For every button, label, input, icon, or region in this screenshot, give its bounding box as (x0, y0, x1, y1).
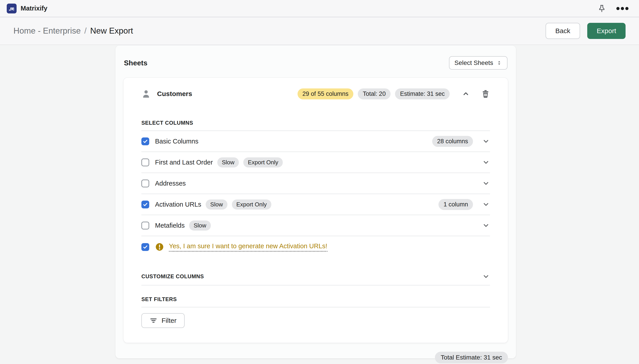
chevron-down-icon[interactable] (482, 272, 490, 280)
checkbox-activation-urls[interactable] (141, 200, 149, 208)
divider (141, 285, 490, 286)
customers-sheet-card: Customers 29 of 55 columns Total: 20 Est… (123, 78, 508, 343)
column-group-row: Metafields Slow (141, 215, 490, 236)
chevron-down-icon[interactable] (482, 137, 490, 145)
row-label: Metafields (155, 222, 185, 229)
estimate-badge: Estimate: 31 sec (395, 88, 450, 100)
slow-tag: Slow (217, 158, 239, 168)
filter-lines-icon (149, 316, 158, 324)
checkbox-addresses[interactable] (141, 180, 149, 187)
column-group-row: Basic Columns 28 columns (141, 131, 490, 152)
customize-columns-heading: CUSTOMIZE COLUMNS (141, 273, 204, 280)
slow-tag: Slow (189, 220, 211, 230)
row-label: Activation URLs (155, 201, 201, 208)
breadcrumb-separator: / (84, 26, 87, 36)
trash-icon[interactable] (481, 89, 490, 98)
chevron-down-icon[interactable] (482, 222, 490, 230)
sheets-heading: Sheets (124, 59, 147, 67)
person-icon (141, 89, 151, 98)
chevron-down-icon[interactable] (482, 200, 490, 208)
matrixify-logo-icon (7, 4, 17, 14)
export-button[interactable]: Export (587, 23, 625, 39)
breadcrumb: Home - Enterprise / New Export (14, 26, 133, 36)
row-count-badge: 1 column (439, 199, 473, 210)
confirm-activation-urls-link[interactable]: Yes, I am sure I want to generate new Ac… (169, 242, 327, 252)
divider (141, 307, 490, 307)
column-group-row: First and Last Order Slow Export Only (141, 152, 490, 173)
filter-button-label: Filter (162, 317, 177, 324)
checkbox-basic-columns[interactable] (141, 138, 149, 145)
export-only-tag: Export Only (232, 200, 271, 210)
filter-button[interactable]: Filter (141, 313, 185, 328)
page-header: Home - Enterprise / New Export Back Expo… (0, 17, 639, 45)
breadcrumb-parent-link[interactable]: Home - Enterprise (14, 26, 81, 36)
page-title: New Export (90, 26, 133, 36)
chevron-down-icon[interactable] (482, 158, 490, 166)
select-sheets-label: Select Sheets (454, 59, 493, 66)
checkbox-first-and-last-order[interactable] (141, 158, 149, 166)
select-columns-heading: SELECT COLUMNS (141, 120, 490, 126)
row-label: First and Last Order (155, 159, 213, 166)
row-label: Addresses (155, 180, 186, 187)
columns-count-badge: 29 of 55 columns (297, 88, 354, 100)
collapse-caret-icon[interactable] (462, 90, 470, 98)
export-only-tag: Export Only (243, 158, 283, 168)
total-badge: Total: 20 (358, 88, 391, 100)
total-estimate-badge: Total Estimate: 31 sec (435, 352, 508, 363)
overflow-menu-icon[interactable] (616, 7, 629, 10)
back-button[interactable]: Back (546, 23, 580, 39)
exclamation-circle-icon (155, 242, 164, 252)
column-group-row: Activation URLs Slow Export Only 1 colum… (141, 194, 490, 215)
app-top-bar: Matrixify (0, 0, 639, 17)
row-count-badge: 28 columns (432, 136, 473, 147)
column-group-row: Addresses (141, 173, 490, 194)
slow-tag: Slow (206, 200, 227, 210)
set-filters-heading: SET FILTERS (141, 296, 490, 302)
app-brand-name: Matrixify (21, 5, 47, 12)
activation-urls-confirm-row: Yes, I am sure I want to generate new Ac… (141, 236, 490, 258)
up-down-arrows-icon (496, 60, 502, 66)
checkbox-confirm-activation-urls[interactable] (141, 243, 149, 251)
checkbox-metafields[interactable] (141, 222, 149, 230)
row-label: Basic Columns (155, 138, 198, 145)
sheet-title: Customers (157, 90, 192, 98)
select-sheets-dropdown[interactable]: Select Sheets (449, 56, 507, 70)
sheets-card: Sheets Select Sheets Customers 29 of 55 … (115, 46, 516, 358)
chevron-down-icon[interactable] (482, 179, 490, 187)
pin-icon[interactable] (597, 4, 606, 13)
